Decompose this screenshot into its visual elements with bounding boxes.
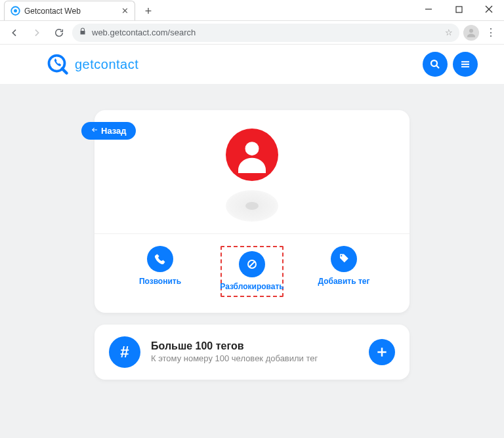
- bookmark-star-icon[interactable]: ☆: [445, 28, 453, 37]
- tag-icon: [331, 246, 357, 272]
- nav-forward-button[interactable]: [28, 24, 46, 42]
- plus-icon: [375, 346, 388, 359]
- window-close-button[interactable]: [474, 0, 504, 18]
- back-button[interactable]: Назад: [81, 122, 136, 140]
- hash-icon: #: [109, 336, 140, 368]
- svg-point-6: [469, 29, 473, 33]
- window-maximize-button[interactable]: [444, 0, 474, 18]
- contact-avatar: [226, 129, 278, 181]
- site-logo[interactable]: getcontact: [46, 52, 138, 76]
- url-text: web.getcontact.com/search: [92, 28, 196, 37]
- unblock-action[interactable]: Разблокировать: [220, 246, 284, 297]
- tab-favicon: [10, 6, 20, 16]
- person-icon: [234, 136, 270, 173]
- logo-icon: [46, 52, 70, 76]
- browser-titlebar: Getcontact Web ✕ +: [0, 0, 504, 21]
- add-tag-action[interactable]: Добавить тег: [312, 246, 375, 297]
- svg-line-8: [62, 69, 67, 73]
- avatar-shadow: [226, 190, 278, 222]
- add-tag-label: Добавить тег: [318, 277, 369, 287]
- lock-icon: [79, 28, 87, 37]
- tags-text-block: Больше 100 тегов К этому номеру 100 чело…: [151, 340, 358, 363]
- search-icon: [429, 58, 441, 70]
- svg-point-14: [245, 142, 259, 155]
- block-icon: [239, 251, 265, 277]
- arrow-left-icon: [91, 126, 98, 136]
- svg-line-16: [249, 262, 255, 268]
- tags-title: Больше 100 тегов: [151, 340, 358, 352]
- profile-card: Назад Позвонить: [94, 110, 410, 313]
- nav-back-button[interactable]: [5, 24, 24, 42]
- browser-menu-button[interactable]: ⋮: [483, 25, 499, 41]
- nav-reload-button[interactable]: [50, 24, 68, 42]
- logo-text: getcontact: [75, 57, 138, 72]
- svg-rect-3: [456, 7, 462, 12]
- window-minimize-button[interactable]: [413, 0, 444, 18]
- tags-subtitle: К этому номеру 100 человек добавили тег: [151, 353, 358, 363]
- window-controls: [413, 0, 504, 21]
- phone-icon: [147, 246, 173, 272]
- unblock-label: Разблокировать: [220, 283, 284, 292]
- call-label: Позвонить: [139, 277, 181, 287]
- tags-card: # Больше 100 тегов К этому номеру 100 че…: [94, 325, 410, 380]
- page-body: getcontact Назад: [0, 45, 504, 438]
- back-label: Назад: [101, 126, 127, 136]
- new-tab-button[interactable]: +: [140, 3, 156, 19]
- profile-avatar-button[interactable]: [463, 25, 479, 41]
- url-field[interactable]: web.getcontact.com/search ☆: [72, 24, 459, 42]
- add-button[interactable]: [369, 339, 395, 365]
- svg-point-9: [431, 60, 437, 66]
- site-header: getcontact: [0, 45, 504, 84]
- call-action[interactable]: Позвонить: [129, 246, 192, 297]
- browser-tab[interactable]: Getcontact Web ✕: [4, 1, 135, 20]
- svg-line-10: [436, 66, 439, 68]
- hamburger-icon: [459, 58, 471, 70]
- profile-area: [94, 110, 410, 234]
- browser-address-bar: web.getcontact.com/search ☆ ⋮: [0, 21, 504, 45]
- tab-title: Getcontact Web: [24, 7, 116, 16]
- header-search-button[interactable]: [423, 52, 448, 77]
- tab-close-icon[interactable]: ✕: [120, 7, 129, 16]
- actions-row: Позвонить Разблокировать Добавить тег: [94, 234, 410, 313]
- header-actions: [423, 52, 478, 77]
- content-area: Назад Позвонить: [0, 84, 504, 438]
- svg-point-1: [14, 9, 17, 12]
- header-menu-button[interactable]: [453, 52, 478, 77]
